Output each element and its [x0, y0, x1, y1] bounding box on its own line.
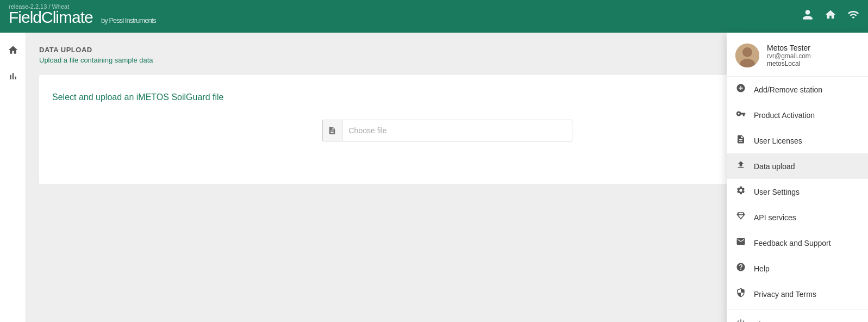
app-subtitle: by Pessl Instruments — [101, 16, 156, 24]
building-icon[interactable] — [825, 9, 836, 24]
app-logo: FieldClimate by Pessl Instruments — [9, 8, 156, 27]
wifi-icon[interactable] — [847, 9, 859, 24]
version-label: release-2.2.13 / Wheat — [9, 3, 69, 10]
topbar-right — [802, 9, 859, 24]
topbar: release-2.2.13 / Wheat FieldClimate by P… — [0, 0, 868, 33]
person-icon[interactable] — [802, 9, 814, 24]
